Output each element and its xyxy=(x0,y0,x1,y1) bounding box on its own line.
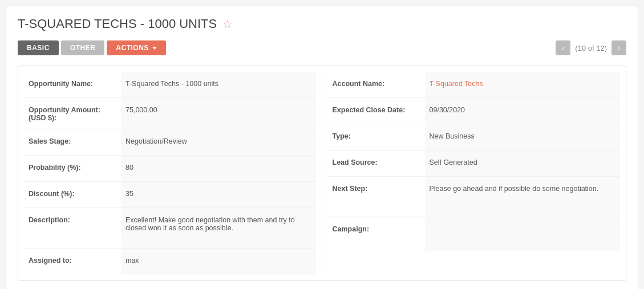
table-row: Probability (%):80 xyxy=(24,156,316,182)
field-value: Excellent! Make good negotiation with th… xyxy=(121,208,316,248)
field-label: Lead Source: xyxy=(328,150,425,176)
toolbar-left: BASIC OTHER ACTIONS xyxy=(18,40,166,55)
detail-grid: Opportunity Name:T-Squared Techs - 1000 … xyxy=(18,72,626,275)
field-value[interactable]: T-Squared Techs xyxy=(425,72,621,97)
left-column: Opportunity Name:T-Squared Techs - 1000 … xyxy=(18,72,322,275)
field-value: 35 xyxy=(121,182,316,207)
basic-button[interactable]: BASIC xyxy=(18,40,59,55)
field-label: Next Step: xyxy=(328,177,425,217)
table-row: Account Name:T-Squared Techs xyxy=(328,72,621,98)
table-row: Type:New Business xyxy=(328,124,621,150)
field-value: 75,000.00 xyxy=(121,98,316,129)
toolbar-right: ‹ (10 of 12) › xyxy=(556,40,626,55)
title-text: T-SQUARED TECHS - 1000 UNITS xyxy=(18,17,217,31)
field-label: Description: xyxy=(24,208,121,248)
table-row: Description:Excellent! Make good negotia… xyxy=(24,208,316,249)
table-row: Assigned to:max xyxy=(24,249,316,275)
field-value: T-Squared Techs - 1000 units xyxy=(121,72,316,97)
field-value: 09/30/2020 xyxy=(425,98,621,124)
field-label: Expected Close Date: xyxy=(328,98,425,124)
next-button[interactable]: › xyxy=(611,40,626,55)
prev-button[interactable]: ‹ xyxy=(556,40,570,55)
field-value: max xyxy=(121,249,316,275)
field-value: Please go ahead and if possible do some … xyxy=(425,177,621,217)
field-value: 80 xyxy=(121,156,316,181)
nav-count: (10 of 12) xyxy=(575,44,607,52)
field-label: Opportunity Name: xyxy=(24,72,121,97)
field-label: Assigned to: xyxy=(24,249,121,275)
table-row: Next Step:Please go ahead and if possibl… xyxy=(328,177,621,217)
actions-caret-icon xyxy=(152,47,157,50)
field-value: New Business xyxy=(425,124,621,150)
field-label: Discount (%): xyxy=(24,182,121,207)
actions-label: ACTIONS xyxy=(116,44,149,52)
table-row: Campaign: xyxy=(328,217,621,251)
table-row: Discount (%):35 xyxy=(24,182,316,208)
field-label: Type: xyxy=(328,124,425,150)
field-label: Opportunity Amount: (USD $): xyxy=(24,98,121,129)
page-title: T-SQUARED TECHS - 1000 UNITS ☆ xyxy=(18,17,626,31)
field-value: Self Generated xyxy=(425,150,621,176)
other-button[interactable]: OTHER xyxy=(61,40,105,55)
field-label: Campaign: xyxy=(328,217,425,251)
table-row: Opportunity Name:T-Squared Techs - 1000 … xyxy=(24,72,316,98)
field-label: Sales Stage: xyxy=(24,129,121,155)
right-column: Account Name:T-Squared TechsExpected Clo… xyxy=(322,72,626,275)
toolbar: BASIC OTHER ACTIONS ‹ (10 of 12) › xyxy=(18,40,626,55)
field-label: Account Name: xyxy=(328,72,425,97)
field-value xyxy=(425,217,621,251)
actions-button[interactable]: ACTIONS xyxy=(107,40,166,55)
detail-panel: Opportunity Name:T-Squared Techs - 1000 … xyxy=(18,66,626,281)
page-wrapper: T-SQUARED TECHS - 1000 UNITS ☆ BASIC OTH… xyxy=(6,6,638,289)
star-icon[interactable]: ☆ xyxy=(222,17,233,31)
table-row: Expected Close Date:09/30/2020 xyxy=(328,98,621,124)
table-row: Sales Stage:Negotiation/Review xyxy=(24,129,316,156)
field-label: Probability (%): xyxy=(24,156,121,181)
table-row: Lead Source:Self Generated xyxy=(328,150,621,177)
field-value: Negotiation/Review xyxy=(121,129,316,155)
table-row: Opportunity Amount: (USD $):75,000.00 xyxy=(24,98,316,129)
